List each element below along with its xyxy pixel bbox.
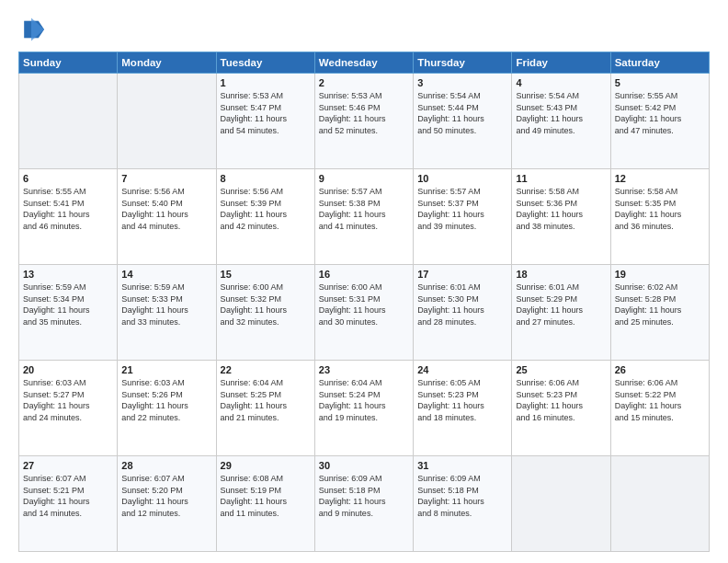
cell-details: Sunrise: 6:02 AMSunset: 5:28 PMDaylight:… [615, 282, 705, 327]
cell-details: Sunrise: 6:08 AMSunset: 5:19 PMDaylight:… [221, 473, 311, 519]
cell-details: Sunrise: 5:55 AMSunset: 5:41 PMDaylight:… [23, 186, 113, 232]
calendar-cell: 6Sunrise: 5:55 AMSunset: 5:41 PMDaylight… [19, 169, 118, 265]
cell-details: Sunrise: 5:59 AMSunset: 5:33 PMDaylight:… [121, 282, 211, 327]
cell-details: Sunrise: 6:07 AMSunset: 5:21 PMDaylight:… [23, 473, 113, 519]
day-number: 29 [221, 460, 311, 471]
day-number: 22 [221, 364, 311, 375]
cell-details: Sunrise: 5:56 AMSunset: 5:39 PMDaylight:… [221, 186, 311, 232]
calendar-cell: 7Sunrise: 5:56 AMSunset: 5:40 PMDaylight… [118, 169, 216, 265]
calendar-cell: 14Sunrise: 5:59 AMSunset: 5:33 PMDayligh… [118, 265, 216, 361]
cell-details: Sunrise: 6:06 AMSunset: 5:22 PMDaylight:… [615, 377, 705, 423]
cell-details: Sunrise: 6:01 AMSunset: 5:30 PMDaylight:… [417, 282, 507, 327]
calendar-cell [610, 456, 709, 552]
weekday-saturday: Saturday [610, 52, 709, 74]
calendar-week-5: 27Sunrise: 6:07 AMSunset: 5:21 PMDayligh… [19, 456, 710, 552]
day-number: 1 [221, 77, 311, 88]
weekday-sunday: Sunday [19, 52, 118, 74]
cell-details: Sunrise: 5:54 AMSunset: 5:43 PMDaylight:… [516, 90, 606, 136]
cell-details: Sunrise: 6:09 AMSunset: 5:18 PMDaylight:… [319, 473, 409, 519]
day-number: 25 [516, 364, 606, 375]
day-number: 6 [23, 173, 113, 184]
weekday-wednesday: Wednesday [314, 52, 413, 74]
calendar-week-2: 6Sunrise: 5:55 AMSunset: 5:41 PMDaylight… [19, 169, 710, 265]
calendar-week-3: 13Sunrise: 5:59 AMSunset: 5:34 PMDayligh… [19, 265, 710, 361]
calendar-cell [118, 74, 216, 169]
day-number: 26 [615, 364, 705, 375]
calendar-cell: 9Sunrise: 5:57 AMSunset: 5:38 PMDaylight… [314, 169, 413, 265]
calendar-cell: 25Sunrise: 6:06 AMSunset: 5:23 PMDayligh… [512, 361, 610, 456]
calendar-header: SundayMondayTuesdayWednesdayThursdayFrid… [19, 52, 710, 74]
calendar-body: 1Sunrise: 5:53 AMSunset: 5:47 PMDaylight… [19, 74, 710, 552]
calendar-cell [19, 74, 118, 169]
calendar-cell: 18Sunrise: 6:01 AMSunset: 5:29 PMDayligh… [512, 265, 610, 361]
calendar-cell: 16Sunrise: 6:00 AMSunset: 5:31 PMDayligh… [314, 265, 413, 361]
calendar-cell: 19Sunrise: 6:02 AMSunset: 5:28 PMDayligh… [610, 265, 709, 361]
day-number: 24 [417, 364, 507, 375]
calendar-cell: 10Sunrise: 5:57 AMSunset: 5:37 PMDayligh… [414, 169, 512, 265]
cell-details: Sunrise: 6:07 AMSunset: 5:20 PMDaylight:… [121, 473, 211, 519]
day-number: 15 [221, 269, 311, 280]
cell-details: Sunrise: 6:03 AMSunset: 5:26 PMDaylight:… [121, 377, 211, 423]
day-number: 19 [615, 269, 705, 280]
cell-details: Sunrise: 6:04 AMSunset: 5:25 PMDaylight:… [221, 377, 311, 423]
calendar-cell: 15Sunrise: 6:00 AMSunset: 5:32 PMDayligh… [216, 265, 314, 361]
calendar-week-1: 1Sunrise: 5:53 AMSunset: 5:47 PMDaylight… [19, 74, 710, 169]
cell-details: Sunrise: 6:00 AMSunset: 5:31 PMDaylight:… [319, 282, 409, 327]
calendar-cell: 13Sunrise: 5:59 AMSunset: 5:34 PMDayligh… [19, 265, 118, 361]
calendar-cell: 3Sunrise: 5:54 AMSunset: 5:44 PMDaylight… [414, 74, 512, 169]
day-number: 10 [417, 173, 507, 184]
weekday-tuesday: Tuesday [216, 52, 314, 74]
calendar-cell: 23Sunrise: 6:04 AMSunset: 5:24 PMDayligh… [314, 361, 413, 456]
calendar-cell: 21Sunrise: 6:03 AMSunset: 5:26 PMDayligh… [118, 361, 216, 456]
day-number: 18 [516, 269, 606, 280]
day-number: 9 [319, 173, 409, 184]
day-number: 12 [615, 173, 705, 184]
logo [18, 17, 50, 42]
weekday-thursday: Thursday [414, 52, 512, 74]
day-number: 4 [516, 77, 606, 88]
calendar-cell: 22Sunrise: 6:04 AMSunset: 5:25 PMDayligh… [216, 361, 314, 456]
cell-details: Sunrise: 6:03 AMSunset: 5:27 PMDaylight:… [23, 377, 113, 423]
day-number: 30 [319, 460, 409, 471]
calendar-cell: 29Sunrise: 6:08 AMSunset: 5:19 PMDayligh… [216, 456, 314, 552]
header [18, 17, 710, 42]
cell-details: Sunrise: 5:58 AMSunset: 5:36 PMDaylight:… [516, 186, 606, 232]
day-number: 2 [319, 77, 409, 88]
day-number: 20 [23, 364, 113, 375]
day-number: 17 [417, 269, 507, 280]
day-number: 21 [121, 364, 211, 375]
day-number: 13 [23, 269, 113, 280]
weekday-monday: Monday [118, 52, 216, 74]
calendar-cell: 4Sunrise: 5:54 AMSunset: 5:43 PMDaylight… [512, 74, 610, 169]
calendar-cell: 27Sunrise: 6:07 AMSunset: 5:21 PMDayligh… [19, 456, 118, 552]
weekday-row: SundayMondayTuesdayWednesdayThursdayFrid… [19, 52, 710, 74]
calendar-cell: 20Sunrise: 6:03 AMSunset: 5:27 PMDayligh… [19, 361, 118, 456]
day-number: 31 [417, 460, 507, 471]
calendar-cell: 12Sunrise: 5:58 AMSunset: 5:35 PMDayligh… [610, 169, 709, 265]
calendar-cell: 24Sunrise: 6:05 AMSunset: 5:23 PMDayligh… [414, 361, 512, 456]
calendar-cell: 1Sunrise: 5:53 AMSunset: 5:47 PMDaylight… [216, 74, 314, 169]
cell-details: Sunrise: 5:59 AMSunset: 5:34 PMDaylight:… [23, 282, 113, 327]
day-number: 11 [516, 173, 606, 184]
cell-details: Sunrise: 5:54 AMSunset: 5:44 PMDaylight:… [417, 90, 507, 136]
calendar-cell [512, 456, 610, 552]
day-number: 7 [121, 173, 211, 184]
day-number: 8 [221, 173, 311, 184]
calendar-week-4: 20Sunrise: 6:03 AMSunset: 5:27 PMDayligh… [19, 361, 710, 456]
page: SundayMondayTuesdayWednesdayThursdayFrid… [0, 0, 728, 563]
cell-details: Sunrise: 5:58 AMSunset: 5:35 PMDaylight:… [615, 186, 705, 232]
calendar-cell: 11Sunrise: 5:58 AMSunset: 5:36 PMDayligh… [512, 169, 610, 265]
day-number: 23 [319, 364, 409, 375]
cell-details: Sunrise: 5:57 AMSunset: 5:38 PMDaylight:… [319, 186, 409, 232]
day-number: 27 [23, 460, 113, 471]
cell-details: Sunrise: 5:53 AMSunset: 5:47 PMDaylight:… [221, 90, 311, 136]
calendar-cell: 31Sunrise: 6:09 AMSunset: 5:18 PMDayligh… [414, 456, 512, 552]
logo-icon [18, 17, 44, 42]
calendar-cell: 8Sunrise: 5:56 AMSunset: 5:39 PMDaylight… [216, 169, 314, 265]
calendar-cell: 2Sunrise: 5:53 AMSunset: 5:46 PMDaylight… [314, 74, 413, 169]
cell-details: Sunrise: 5:55 AMSunset: 5:42 PMDaylight:… [615, 90, 705, 136]
calendar-cell: 5Sunrise: 5:55 AMSunset: 5:42 PMDaylight… [610, 74, 709, 169]
weekday-friday: Friday [512, 52, 610, 74]
cell-details: Sunrise: 6:05 AMSunset: 5:23 PMDaylight:… [417, 377, 507, 423]
cell-details: Sunrise: 6:04 AMSunset: 5:24 PMDaylight:… [319, 377, 409, 423]
